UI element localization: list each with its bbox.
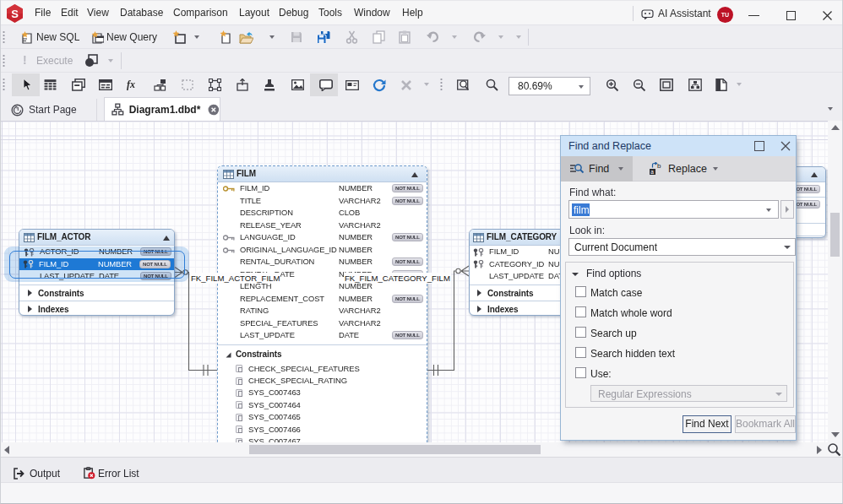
svg-text:S: S bbox=[11, 8, 19, 20]
svg-text:a: a bbox=[650, 169, 654, 175]
svg-text:b: b bbox=[657, 162, 661, 170]
